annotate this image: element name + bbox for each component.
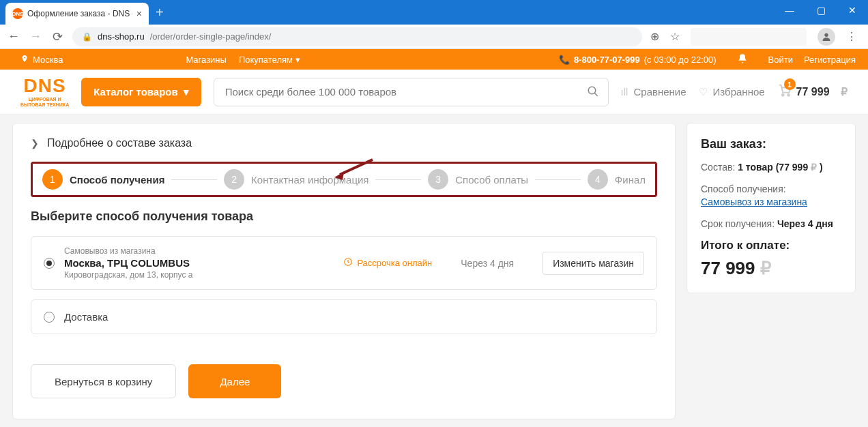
radio-pickup[interactable] — [44, 258, 55, 269]
step-final[interactable]: 4 Финал — [588, 169, 646, 190]
phone-number: 8-800-77-07-999 — [574, 55, 640, 65]
register-link[interactable]: Регистрация — [804, 55, 856, 65]
step-delivery-method[interactable]: 1 Способ получения — [42, 169, 164, 190]
heart-icon: ♡ — [699, 86, 708, 98]
city-label: Москва — [33, 55, 63, 65]
new-tab-button[interactable]: + — [156, 5, 164, 20]
order-details-accordion[interactable]: ❯ Подробнее о составе заказа — [31, 137, 657, 149]
step-label: Способ оплаты — [455, 174, 528, 186]
url-host: dns-shop.ru — [98, 31, 145, 42]
pickup-subtitle: Самовывоз из магазина — [64, 246, 334, 256]
delivery-option-card[interactable]: Доставка — [31, 299, 657, 334]
search-input[interactable] — [214, 78, 609, 106]
logo-text: DNS — [24, 76, 66, 95]
chevron-down-icon: ❯ — [31, 138, 39, 149]
back-to-cart-button[interactable]: Вернуться в корзину — [31, 364, 176, 398]
step-number: 4 — [588, 169, 608, 190]
login-link[interactable]: Войти — [768, 55, 793, 65]
url-path: /order/order-single-page/index/ — [150, 31, 272, 42]
checkout-main: ❯ Подробнее о составе заказа 1 Способ по… — [12, 123, 676, 419]
pin-icon — [20, 54, 29, 65]
logo-subtitle: ЦИФРОВАЯ И БЫТОВАЯ ТЕХНИКА — [20, 97, 69, 107]
clock-icon — [343, 257, 353, 269]
summary-method: Способ получения: Самовывоз из магазина — [701, 183, 841, 209]
site-header: DNS ЦИФРОВАЯ И БЫТОВАЯ ТЕХНИКА Каталог т… — [0, 70, 868, 115]
step-label: Способ получения — [70, 174, 164, 186]
summary-eta: Срок получения: Через 4 дня — [701, 218, 841, 231]
checkout-steps: 1 Способ получения 2 Контактная информац… — [31, 162, 657, 197]
url-field[interactable]: 🔒 dns-shop.ru/order/order-single-page/in… — [72, 27, 642, 46]
pickup-option-card[interactable]: Самовывоз из магазина Москва, ТРЦ COLUMB… — [31, 236, 657, 290]
step-number: 3 — [428, 169, 448, 190]
window-minimize-button[interactable]: — — [774, 0, 805, 20]
bookmark-star-icon[interactable]: ☆ — [670, 30, 680, 43]
svg-point-1 — [588, 87, 596, 94]
window-maximize-button[interactable]: ▢ — [805, 0, 837, 20]
pickup-address: Кировоградская, дом 13, корпус а — [64, 270, 334, 280]
cart-link[interactable]: 1 77 999 ₽ — [777, 83, 848, 101]
favicon: DNS — [12, 8, 23, 19]
browser-address-bar: ← → ⟳ 🔒 dns-shop.ru/order/order-single-p… — [0, 25, 868, 49]
delivery-label: Доставка — [64, 311, 108, 323]
nav-back-button[interactable]: ← — [7, 29, 20, 44]
svg-point-3 — [781, 94, 783, 96]
nav-stores[interactable]: Магазины — [186, 55, 227, 65]
change-store-button[interactable]: Изменить магазин — [542, 252, 644, 275]
step-payment[interactable]: 3 Способ оплаты — [428, 169, 528, 190]
step-connector — [535, 179, 581, 180]
summary-title: Ваш заказ: — [701, 137, 841, 151]
search-icon[interactable] — [587, 85, 599, 101]
chevron-down-icon: ▾ — [184, 86, 189, 98]
bell-icon[interactable] — [737, 53, 748, 66]
bars-icon: ıll — [621, 86, 628, 98]
step-contact-info[interactable]: 2 Контактная информация — [224, 169, 368, 190]
accordion-label: Подробнее о составе заказа — [47, 137, 192, 149]
summary-method-link[interactable]: Самовывоз из магазина — [701, 196, 807, 207]
step-number: 2 — [224, 169, 244, 190]
step-connector — [171, 179, 217, 180]
step-number: 1 — [42, 169, 63, 190]
svg-point-0 — [824, 33, 828, 36]
profile-avatar-icon[interactable] — [818, 28, 835, 46]
catalog-button[interactable]: Каталог товаров ▾ — [81, 78, 201, 106]
cart-total: 77 999 — [796, 86, 830, 98]
browser-menu-icon[interactable]: ⋮ — [846, 30, 857, 43]
nav-reload-button[interactable]: ⟳ — [50, 29, 64, 44]
cart-badge: 1 — [784, 78, 796, 90]
chevron-down-icon: ▾ — [295, 55, 300, 65]
extensions-area — [691, 28, 807, 46]
phone-hours: (с 03:00 до 22:00) — [644, 55, 717, 65]
step-label: Контактная информация — [251, 174, 368, 186]
step-label: Финал — [615, 174, 646, 186]
phone-block[interactable]: 📞 8-800-77-07-999 (с 03:00 до 22:00) — [559, 55, 717, 65]
phone-icon: 📞 — [559, 55, 570, 65]
window-close-button[interactable]: ✕ — [837, 0, 868, 20]
ruble-icon: ₽ — [841, 85, 848, 98]
radio-delivery[interactable] — [44, 312, 55, 323]
pickup-eta: Через 4 дня — [461, 258, 514, 269]
summary-total-value: 77 999 ₽ — [701, 258, 841, 279]
section-heading: Выберите способ получения товара — [31, 209, 657, 224]
installment-link[interactable]: Рассрочка онлайн — [343, 257, 432, 269]
logo[interactable]: DNS ЦИФРОВАЯ И БЫТОВАЯ ТЕХНИКА — [20, 76, 69, 107]
pickup-store-title: Москва, ТРЦ COLUMBUS — [64, 257, 334, 269]
nav-buyers[interactable]: Покупателям ▾ — [239, 55, 300, 65]
summary-composition: Состав: 1 товар (77 999 ₽ ) — [701, 161, 841, 175]
next-button[interactable]: Далее — [188, 364, 281, 398]
summary-total-label: Итого к оплате: — [701, 239, 841, 252]
order-summary: Ваш заказ: Состав: 1 товар (77 999 ₽ ) С… — [686, 123, 856, 293]
install-app-icon[interactable]: ⊕ — [650, 30, 659, 43]
svg-line-2 — [594, 93, 598, 96]
favorites-link[interactable]: ♡ Избранное — [699, 86, 765, 98]
lock-icon: 🔒 — [82, 32, 92, 42]
browser-tab-strip: DNS Оформление заказа - DNS – ин × + — ▢… — [0, 0, 868, 25]
nav-forward-button[interactable]: → — [29, 29, 42, 44]
step-connector — [375, 179, 421, 180]
browser-tab[interactable]: DNS Оформление заказа - DNS – ин × — [5, 3, 149, 25]
city-selector[interactable]: Москва — [20, 54, 63, 65]
close-tab-icon[interactable]: × — [136, 8, 142, 19]
compare-link[interactable]: ıll Сравнение — [621, 86, 686, 98]
svg-point-4 — [787, 94, 790, 96]
top-utility-bar: Москва Магазины Покупателям ▾ 📞 8-800-77… — [0, 49, 868, 70]
search-box — [214, 78, 609, 106]
